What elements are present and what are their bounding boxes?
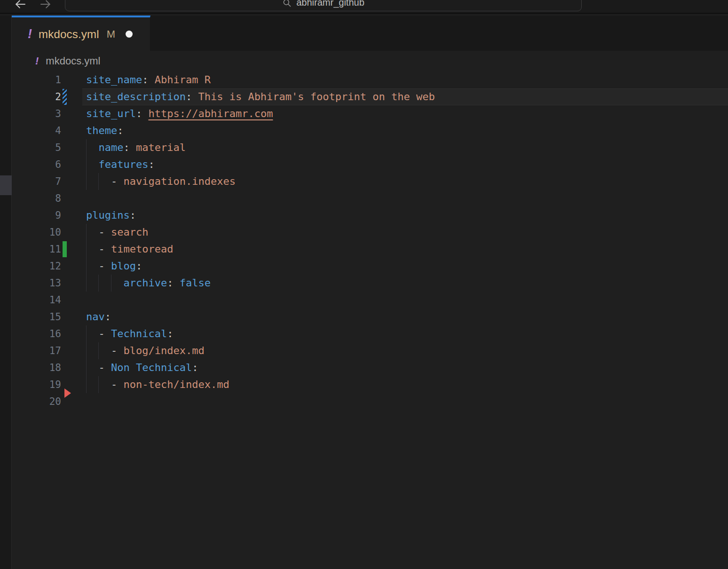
code-line[interactable]: 16 - Technical:: [12, 325, 728, 342]
code-text[interactable]: - Technical:: [86, 325, 728, 342]
token-key: features: [99, 158, 149, 170]
token-punct: :: [186, 91, 198, 103]
gutter: 18: [12, 359, 86, 376]
line-number: 7: [55, 173, 61, 190]
code-line[interactable]: 1site_name: Abhiram R: [12, 71, 728, 88]
code-line[interactable]: 11 - timetoread: [12, 241, 728, 258]
token-punct: [86, 158, 99, 170]
indent-guide: [86, 139, 87, 156]
gutter: 14: [12, 292, 86, 308]
indent-guide: [86, 241, 87, 258]
code-text[interactable]: archive: false: [86, 275, 728, 292]
editor-group: ! mkdocs.yml M ! mkdocs.yml 1site_name: …: [12, 16, 728, 569]
tab-mkdocs-yml[interactable]: ! mkdocs.yml M: [12, 16, 150, 51]
line-number: 4: [55, 122, 61, 139]
token-str: Abhiram R: [155, 74, 211, 86]
line-number: 9: [55, 207, 61, 224]
code-text[interactable]: name: material: [86, 139, 728, 156]
gutter: 15: [12, 308, 86, 325]
code-line[interactable]: 2site_description: This is Abhiram's foo…: [12, 88, 728, 105]
code-text[interactable]: - blog/index.md: [86, 342, 728, 359]
token-punct: -: [86, 175, 123, 187]
code-text[interactable]: - Non Technical:: [86, 359, 728, 376]
breadcrumb[interactable]: ! mkdocs.yml: [12, 51, 728, 71]
code-text[interactable]: features:: [86, 156, 728, 173]
activity-rail: [0, 16, 12, 569]
code-line[interactable]: 17 - blog/index.md: [12, 342, 728, 359]
code-text[interactable]: [86, 393, 728, 410]
gutter: 10: [12, 224, 86, 241]
token-punct: :: [123, 142, 136, 153]
line-number: 6: [55, 156, 61, 173]
forward-button[interactable]: [39, 0, 53, 11]
line-number: 13: [49, 275, 61, 292]
code-line[interactable]: 18 - Non Technical:: [12, 359, 728, 376]
code-text[interactable]: - search: [86, 224, 728, 241]
code-text[interactable]: [86, 190, 728, 207]
search-icon: [282, 0, 292, 8]
gutter: 12: [12, 258, 86, 275]
gutter: 11: [12, 241, 86, 258]
token-punct: [86, 142, 99, 153]
code-text[interactable]: nav:: [86, 308, 728, 325]
code-line[interactable]: 5 name: material: [12, 139, 728, 156]
error-marker-icon: [64, 388, 71, 398]
token-punct: -: [86, 345, 123, 356]
gutter: 19: [12, 376, 86, 393]
rail-handle[interactable]: [0, 175, 12, 195]
token-str: blog/index.md: [123, 345, 204, 356]
code-text[interactable]: site_description: This is Abhiram's foot…: [86, 88, 728, 105]
gutter: 3: [12, 105, 86, 122]
token-key: Technical: [111, 328, 167, 340]
line-number: 14: [49, 292, 61, 308]
gutter: 2: [12, 88, 86, 105]
code-line[interactable]: 10 - search: [12, 224, 728, 241]
token-punct: -: [86, 260, 111, 272]
token-punct: :: [148, 158, 154, 170]
code-line[interactable]: 8: [12, 190, 728, 207]
code-line[interactable]: 12 - blog:: [12, 258, 728, 275]
line-number: 12: [49, 258, 61, 275]
token-str: This is Abhiram's footprint on the web: [198, 91, 435, 103]
line-number: 1: [55, 71, 61, 88]
code-line[interactable]: 20: [12, 393, 728, 410]
gutter: 6: [12, 156, 86, 173]
code-line[interactable]: 15nav:: [12, 308, 728, 325]
code-text[interactable]: site_url: https://abhiramr.com: [86, 105, 728, 122]
indent-guide: [86, 156, 87, 173]
code-line[interactable]: 4theme:: [12, 122, 728, 139]
code-line[interactable]: 7 - navigation.indexes: [12, 173, 728, 190]
code-line[interactable]: 19 - non-tech/index.md: [12, 376, 728, 393]
code-line[interactable]: 13 archive: false: [12, 275, 728, 292]
code-text[interactable]: [86, 292, 728, 308]
token-key: theme: [86, 125, 117, 136]
token-str: navigation.indexes: [123, 175, 235, 187]
gutter: 1: [12, 71, 86, 88]
token-punct: :: [192, 362, 198, 373]
code-text[interactable]: - navigation.indexes: [86, 173, 728, 190]
line-number: 3: [55, 105, 61, 122]
indent-guide: [86, 224, 87, 241]
command-center-search[interactable]: abhiramr_github: [65, 0, 582, 11]
editor[interactable]: 1site_name: Abhiram R2site_description: …: [12, 71, 728, 569]
code-line[interactable]: 14: [12, 292, 728, 308]
indent-guide: [86, 325, 87, 342]
modified-dot-icon[interactable]: [126, 31, 133, 38]
indent-guide: [86, 173, 87, 190]
token-key: plugins: [86, 209, 130, 221]
back-button[interactable]: [13, 0, 27, 11]
code-text[interactable]: - blog:: [86, 258, 728, 275]
gutter: 8: [12, 190, 86, 207]
code-text[interactable]: plugins:: [86, 207, 728, 224]
line-number: 19: [49, 376, 61, 393]
code-text[interactable]: - timetoread: [86, 241, 728, 258]
code-text[interactable]: site_name: Abhiram R: [86, 71, 728, 88]
token-key: Non Technical: [111, 362, 192, 373]
code-line[interactable]: 6 features:: [12, 156, 728, 173]
code-line[interactable]: 3site_url: https://abhiramr.com: [12, 105, 728, 122]
code-line[interactable]: 9plugins:: [12, 207, 728, 224]
code-text[interactable]: - non-tech/index.md: [86, 376, 728, 393]
yaml-file-icon: !: [28, 27, 32, 41]
code-text[interactable]: theme:: [86, 122, 728, 139]
gutter: 16: [12, 325, 86, 342]
